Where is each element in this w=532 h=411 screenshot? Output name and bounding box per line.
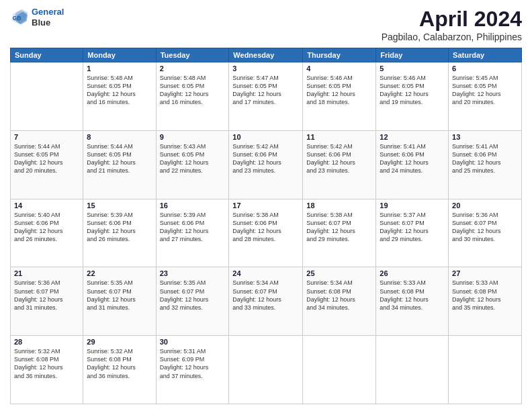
cell-date: 28 [14, 338, 79, 346]
calendar-day-header: Sunday [11, 48, 83, 62]
cell-date: 23 [160, 269, 226, 277]
calendar-cell [229, 336, 303, 404]
calendar-cell: 20Sunrise: 5:36 AM Sunset: 6:07 PM Dayli… [449, 199, 522, 267]
header: GB General Blue April 2024 Pagbilao, Cal… [10, 7, 522, 42]
cell-date: 2 [160, 64, 226, 73]
cell-date: 20 [452, 201, 518, 210]
calendar-cell: 10Sunrise: 5:42 AM Sunset: 6:06 PM Dayli… [229, 130, 303, 199]
page: GB General Blue April 2024 Pagbilao, Cal… [0, 0, 532, 411]
calendar-cell: 26Sunrise: 5:33 AM Sunset: 6:08 PM Dayli… [376, 267, 449, 336]
calendar-cell: 6Sunrise: 5:45 AM Sunset: 6:05 PM Daylig… [449, 62, 522, 131]
calendar-cell: 29Sunrise: 5:32 AM Sunset: 6:08 PM Dayli… [83, 336, 156, 404]
calendar-cell [11, 62, 83, 131]
cell-date: 7 [14, 133, 79, 141]
calendar-cell: 3Sunrise: 5:47 AM Sunset: 6:05 PM Daylig… [229, 62, 303, 131]
cell-date: 13 [452, 133, 518, 141]
cell-info: Sunrise: 5:41 AM Sunset: 6:06 PM Dayligh… [380, 142, 445, 175]
calendar-cell: 11Sunrise: 5:42 AM Sunset: 6:06 PM Dayli… [303, 130, 376, 199]
calendar-table: SundayMondayTuesdayWednesdayThursdayFrid… [10, 48, 522, 404]
cell-date: 24 [232, 269, 299, 277]
calendar-week-row: 14Sunrise: 5:40 AM Sunset: 6:06 PM Dayli… [11, 199, 522, 267]
calendar-week-row: 1Sunrise: 5:48 AM Sunset: 6:05 PM Daylig… [11, 62, 522, 131]
calendar-cell: 5Sunrise: 5:46 AM Sunset: 6:05 PM Daylig… [376, 62, 449, 131]
cell-date: 29 [87, 338, 152, 346]
calendar-cell: 17Sunrise: 5:38 AM Sunset: 6:06 PM Dayli… [229, 199, 303, 267]
cell-info: Sunrise: 5:45 AM Sunset: 6:05 PM Dayligh… [452, 74, 518, 107]
main-title: April 2024 [382, 7, 522, 32]
cell-info: Sunrise: 5:41 AM Sunset: 6:06 PM Dayligh… [452, 142, 518, 175]
logo-icon: GB [10, 8, 29, 27]
calendar-cell: 8Sunrise: 5:44 AM Sunset: 6:05 PM Daylig… [83, 130, 156, 199]
cell-info: Sunrise: 5:48 AM Sunset: 6:05 PM Dayligh… [87, 74, 152, 107]
cell-date: 3 [232, 64, 299, 73]
cell-info: Sunrise: 5:42 AM Sunset: 6:06 PM Dayligh… [232, 142, 299, 175]
cell-date: 14 [14, 201, 79, 210]
cell-date: 26 [380, 269, 445, 277]
calendar-cell: 27Sunrise: 5:33 AM Sunset: 6:08 PM Dayli… [449, 267, 522, 336]
cell-info: Sunrise: 5:32 AM Sunset: 6:08 PM Dayligh… [14, 347, 79, 380]
calendar-header-row: SundayMondayTuesdayWednesdayThursdayFrid… [11, 48, 522, 62]
cell-info: Sunrise: 5:46 AM Sunset: 6:05 PM Dayligh… [380, 74, 445, 107]
cell-date: 16 [160, 201, 226, 210]
logo: GB General Blue [10, 7, 64, 28]
calendar-day-header: Wednesday [229, 48, 303, 62]
cell-info: Sunrise: 5:31 AM Sunset: 6:09 PM Dayligh… [160, 347, 226, 380]
cell-info: Sunrise: 5:38 AM Sunset: 6:06 PM Dayligh… [232, 211, 299, 244]
cell-date: 15 [87, 201, 152, 210]
cell-date: 27 [452, 269, 518, 277]
cell-date: 12 [380, 133, 445, 141]
cell-info: Sunrise: 5:43 AM Sunset: 6:05 PM Dayligh… [160, 142, 226, 175]
calendar-cell: 16Sunrise: 5:39 AM Sunset: 6:06 PM Dayli… [156, 199, 229, 267]
cell-info: Sunrise: 5:36 AM Sunset: 6:07 PM Dayligh… [14, 279, 79, 312]
cell-info: Sunrise: 5:34 AM Sunset: 6:08 PM Dayligh… [306, 279, 372, 312]
cell-info: Sunrise: 5:32 AM Sunset: 6:08 PM Dayligh… [87, 347, 152, 380]
calendar-cell: 28Sunrise: 5:32 AM Sunset: 6:08 PM Dayli… [11, 336, 83, 404]
calendar-cell: 14Sunrise: 5:40 AM Sunset: 6:06 PM Dayli… [11, 199, 83, 267]
logo-line2: Blue [32, 17, 64, 28]
cell-date: 6 [452, 64, 518, 73]
calendar-cell [303, 336, 376, 404]
cell-date: 11 [306, 133, 372, 141]
calendar-cell [449, 336, 522, 404]
calendar-cell: 18Sunrise: 5:38 AM Sunset: 6:07 PM Dayli… [303, 199, 376, 267]
cell-info: Sunrise: 5:39 AM Sunset: 6:06 PM Dayligh… [87, 211, 152, 244]
cell-date: 8 [87, 133, 152, 141]
cell-date: 21 [14, 269, 79, 277]
calendar-cell: 25Sunrise: 5:34 AM Sunset: 6:08 PM Dayli… [303, 267, 376, 336]
cell-info: Sunrise: 5:47 AM Sunset: 6:05 PM Dayligh… [232, 74, 299, 107]
cell-date: 30 [160, 338, 226, 346]
calendar-cell: 12Sunrise: 5:41 AM Sunset: 6:06 PM Dayli… [376, 130, 449, 199]
calendar-cell: 1Sunrise: 5:48 AM Sunset: 6:05 PM Daylig… [83, 62, 156, 131]
cell-date: 25 [306, 269, 372, 277]
subtitle: Pagbilao, Calabarzon, Philippines [382, 32, 522, 42]
cell-info: Sunrise: 5:48 AM Sunset: 6:05 PM Dayligh… [160, 74, 226, 107]
calendar-week-row: 21Sunrise: 5:36 AM Sunset: 6:07 PM Dayli… [11, 267, 522, 336]
cell-info: Sunrise: 5:44 AM Sunset: 6:05 PM Dayligh… [14, 142, 79, 175]
cell-date: 17 [232, 201, 299, 210]
calendar-cell [376, 336, 449, 404]
calendar-body: 1Sunrise: 5:48 AM Sunset: 6:05 PM Daylig… [11, 62, 522, 404]
calendar-day-header: Friday [376, 48, 449, 62]
calendar-week-row: 28Sunrise: 5:32 AM Sunset: 6:08 PM Dayli… [11, 336, 522, 404]
cell-date: 18 [306, 201, 372, 210]
calendar-cell: 19Sunrise: 5:37 AM Sunset: 6:07 PM Dayli… [376, 199, 449, 267]
calendar-cell: 22Sunrise: 5:35 AM Sunset: 6:07 PM Dayli… [83, 267, 156, 336]
cell-date: 1 [87, 64, 152, 73]
svg-text:GB: GB [13, 14, 21, 21]
calendar-day-header: Monday [83, 48, 156, 62]
title-block: April 2024 Pagbilao, Calabarzon, Philipp… [382, 7, 522, 42]
cell-info: Sunrise: 5:42 AM Sunset: 6:06 PM Dayligh… [306, 142, 372, 175]
cell-info: Sunrise: 5:35 AM Sunset: 6:07 PM Dayligh… [160, 279, 226, 312]
cell-date: 9 [160, 133, 226, 141]
cell-info: Sunrise: 5:46 AM Sunset: 6:05 PM Dayligh… [306, 74, 372, 107]
calendar-cell: 21Sunrise: 5:36 AM Sunset: 6:07 PM Dayli… [11, 267, 83, 336]
cell-info: Sunrise: 5:40 AM Sunset: 6:06 PM Dayligh… [14, 211, 79, 244]
calendar-cell: 2Sunrise: 5:48 AM Sunset: 6:05 PM Daylig… [156, 62, 229, 131]
calendar-day-header: Tuesday [156, 48, 229, 62]
cell-date: 22 [87, 269, 152, 277]
calendar-cell: 23Sunrise: 5:35 AM Sunset: 6:07 PM Dayli… [156, 267, 229, 336]
cell-info: Sunrise: 5:38 AM Sunset: 6:07 PM Dayligh… [306, 211, 372, 244]
cell-info: Sunrise: 5:36 AM Sunset: 6:07 PM Dayligh… [452, 211, 518, 244]
calendar-cell: 9Sunrise: 5:43 AM Sunset: 6:05 PM Daylig… [156, 130, 229, 199]
calendar-cell: 7Sunrise: 5:44 AM Sunset: 6:05 PM Daylig… [11, 130, 83, 199]
